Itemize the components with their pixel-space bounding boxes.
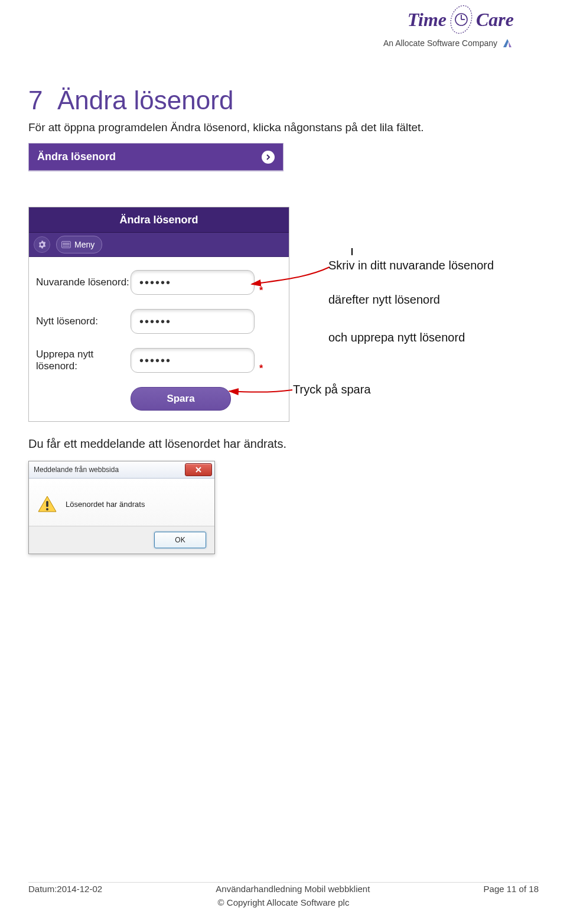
close-icon xyxy=(195,466,202,473)
app-panel: Ändra lösenord Meny Nuvarande lösenord: … xyxy=(28,207,289,422)
svg-point-6 xyxy=(46,508,48,510)
clock-icon xyxy=(450,5,472,34)
form-area: Nuvarande lösenord: * Nytt lösenord: Upp… xyxy=(29,257,289,421)
warning-icon xyxy=(37,495,57,513)
repeat-password-input[interactable] xyxy=(131,348,255,373)
footer-copyright: © Copyright Allocate Software plc xyxy=(0,897,567,907)
confirmation-intro: Du får ett meddelande att lösenordet har… xyxy=(28,437,286,451)
annotation-repeat: och upprepa nytt lösenord xyxy=(328,331,465,344)
new-password-label: Nytt lösenord: xyxy=(36,315,131,327)
section-heading: 7 Ändra lösenord xyxy=(28,86,233,115)
menu-label: Meny xyxy=(74,240,94,249)
annotation-current: Skriv in ditt nuvarande lösenord xyxy=(328,259,494,272)
brand-subtitle-text: An Allocate Software Company xyxy=(383,38,497,48)
svg-rect-5 xyxy=(46,501,48,507)
gear-icon xyxy=(38,240,46,249)
current-password-input[interactable] xyxy=(131,270,255,295)
footer-divider xyxy=(28,882,539,883)
timecare-logo: Time Care xyxy=(408,5,514,34)
hamburger-icon xyxy=(61,241,71,248)
footer-doc-title: Användarhandledning Mobil webbklient xyxy=(216,884,370,894)
chevron-right-icon xyxy=(262,151,275,164)
message-dialog: Meddelande från webbsida Lösenordet har … xyxy=(28,461,215,554)
brand-subtitle: An Allocate Software Company xyxy=(383,37,514,50)
app-header: Ändra lösenord xyxy=(29,207,289,233)
required-mark: * xyxy=(259,363,263,374)
footer-page: Page 11 of 18 xyxy=(484,884,539,894)
annotation-save: Tryck på spara xyxy=(293,383,371,396)
brand-text-left: Time xyxy=(408,9,447,31)
menu-button[interactable]: Meny xyxy=(56,236,102,253)
brand-logo-area: Time Care An Allocate Software Company xyxy=(383,5,514,50)
change-password-bar[interactable]: Ändra lösenord xyxy=(28,143,284,171)
page-footer: Datum:2014-12-02 Användarhandledning Mob… xyxy=(0,884,567,907)
brand-text-right: Care xyxy=(476,9,514,31)
dialog-body: Lösenordet har ändrats xyxy=(29,479,214,526)
save-button-label: Spara xyxy=(167,393,194,405)
intro-text: För att öppna programdelen Ändra lösenor… xyxy=(28,121,424,134)
dialog-title-text: Meddelande från webbsida xyxy=(34,466,119,474)
dialog-close-button[interactable] xyxy=(185,463,212,476)
app-toolbar: Meny xyxy=(29,233,289,257)
change-password-bar-label: Ändra lösenord xyxy=(37,151,116,163)
repeat-password-label: Upprepa nytt lösenord: xyxy=(36,349,131,372)
annotation-new: därefter nytt lösenord xyxy=(328,293,440,307)
allocate-icon xyxy=(501,37,514,50)
new-password-input[interactable] xyxy=(131,309,255,334)
save-button[interactable]: Spara xyxy=(131,387,231,411)
section-number: 7 xyxy=(28,86,43,115)
dialog-body-text: Lösenordet har ändrats xyxy=(66,500,145,509)
current-password-label: Nuvarande lösenord: xyxy=(36,276,131,288)
dialog-titlebar: Meddelande från webbsida xyxy=(29,461,214,479)
dialog-ok-button[interactable]: OK xyxy=(154,532,206,548)
section-title: Ändra lösenord xyxy=(57,86,233,115)
settings-button[interactable] xyxy=(34,236,50,253)
dialog-ok-label: OK xyxy=(175,536,185,544)
required-mark: * xyxy=(259,285,263,296)
dialog-footer: OK xyxy=(29,526,214,554)
footer-date: Datum:2014-12-02 xyxy=(28,884,102,894)
